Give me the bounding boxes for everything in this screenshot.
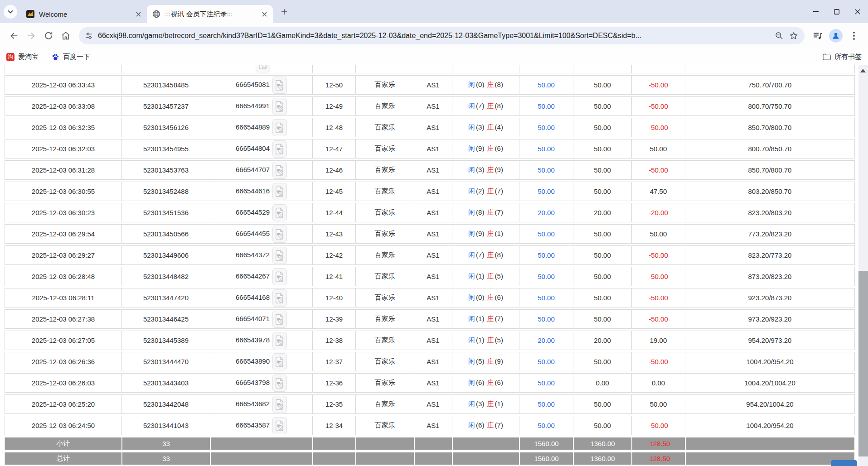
cell-bet-amount[interactable]: 50.00 (519, 160, 573, 180)
url-text[interactable]: 66cxkj98.com/game/betrecord_search/kind3… (98, 32, 767, 40)
cell-bet-amount[interactable] (519, 65, 573, 73)
cell-bet-amount[interactable]: 50.00 (519, 416, 573, 435)
video-record-button[interactable] (256, 65, 270, 72)
tab-close-icon[interactable] (133, 9, 143, 19)
cell-bet-amount[interactable]: 50.00 (519, 96, 573, 116)
cell-valid-amount: 50.00 (573, 352, 632, 371)
player-points: (0) (476, 81, 484, 88)
media-queue-icon (812, 30, 823, 41)
new-tab-button[interactable] (277, 5, 291, 19)
forward-button[interactable] (23, 27, 40, 44)
browser-menu-button[interactable] (845, 27, 863, 44)
kebab-menu-icon (853, 32, 855, 40)
tab-search-button[interactable] (4, 5, 17, 19)
cell-valid-amount: 50.00 (573, 288, 632, 307)
zoom-button[interactable] (772, 29, 786, 43)
cell-game: 百家乐 (356, 416, 414, 435)
bookmark-taobao[interactable]: 淘 爱淘宝 (6, 53, 39, 61)
cell-bet-amount[interactable]: 50.00 (519, 118, 573, 137)
video-record-button[interactable] (272, 353, 287, 370)
video-record-button[interactable] (272, 247, 287, 264)
cell-bet-id: 523013445389 (122, 331, 210, 350)
video-record-icon (275, 101, 284, 112)
cell-round: 12-41 (313, 267, 356, 286)
cell-balance: 750.70/700.70 (685, 75, 855, 95)
video-record-button[interactable] (272, 183, 287, 200)
back-button[interactable] (5, 27, 23, 44)
close-window-button[interactable] (847, 0, 868, 23)
video-record-button[interactable] (272, 140, 287, 158)
scrollbar-up-arrow-icon[interactable] (860, 69, 866, 72)
cell-balance (685, 65, 855, 73)
cell-bet-id: 523013452488 (122, 182, 210, 201)
total-label: 总计 (5, 452, 122, 465)
player-label: 闲 (468, 102, 475, 110)
cell-table (414, 65, 452, 73)
bookmark-star-button[interactable] (786, 29, 801, 43)
video-record-button[interactable] (272, 417, 287, 434)
cell-balance: 773.20/823.20 (685, 224, 855, 244)
video-record-button[interactable] (272, 204, 287, 221)
player-points: (3) (476, 166, 484, 173)
video-record-button[interactable] (272, 77, 287, 94)
account-number: 666544529 (236, 208, 270, 216)
cell-table: AS1 (414, 75, 452, 95)
cell-account: 666544455 (210, 224, 313, 244)
video-record-button[interactable] (272, 162, 287, 179)
video-record-icon (275, 122, 284, 133)
cell-round: 12-50 (313, 75, 356, 95)
account-number: 666543587 (236, 421, 270, 428)
video-record-button[interactable] (272, 332, 287, 349)
minimize-button[interactable] (805, 0, 826, 23)
cell-bet-amount[interactable]: 50.00 (519, 373, 573, 393)
account-number: 666543682 (236, 399, 270, 407)
cell-bet-amount[interactable]: 50.00 (519, 267, 573, 286)
total-bet-amount: 1560.00 (519, 452, 573, 465)
cell-bet-amount[interactable]: 50.00 (519, 75, 573, 95)
video-record-button[interactable] (272, 98, 287, 115)
video-record-button[interactable] (272, 289, 287, 307)
video-record-icon (275, 335, 284, 346)
video-record-button[interactable] (272, 375, 287, 392)
address-bar[interactable]: 66cxkj98.com/game/betrecord_search/kind3… (79, 27, 805, 44)
cell-bet-amount[interactable]: 50.00 (519, 182, 573, 201)
tab-close-icon[interactable] (259, 9, 269, 19)
cell-bet-amount[interactable]: 50.00 (519, 309, 573, 329)
video-record-button[interactable] (272, 268, 287, 285)
media-controls-button[interactable] (809, 27, 826, 44)
bottom-right-blue-button[interactable] (831, 460, 857, 466)
cell-bet-amount[interactable]: 50.00 (519, 224, 573, 244)
all-bookmarks-button[interactable]: 所有书签 (823, 53, 862, 61)
cell-bet-amount[interactable]: 50.00 (519, 352, 573, 371)
page-scrollbar[interactable] (858, 65, 868, 466)
cell-bet-content: 闲(0) 庄(8) (452, 75, 519, 95)
home-button[interactable] (57, 27, 74, 44)
cell-bet-amount[interactable]: 50.00 (519, 245, 573, 265)
scrollbar-thumb[interactable] (858, 271, 868, 456)
account-number: 666544991 (236, 101, 270, 109)
cell-round: 12-48 (313, 118, 356, 137)
cell-bet-amount[interactable]: 20.00 (519, 331, 573, 350)
profile-avatar[interactable] (829, 29, 843, 43)
cell-balance: 850.70/800.70 (685, 118, 855, 137)
cell-balance: 1004.20/954.20 (685, 352, 855, 371)
cell-bet-id: 523013456126 (122, 118, 210, 137)
cell-bet-amount[interactable]: 50.00 (519, 139, 573, 159)
cell-round (313, 65, 356, 73)
cell-bet-amount[interactable]: 20.00 (519, 203, 573, 222)
bookmark-baidu[interactable]: 百度一下 (51, 53, 90, 61)
cell-bet-amount[interactable]: 50.00 (519, 394, 573, 414)
cell-bet-amount[interactable]: 50.00 (519, 288, 573, 307)
tab-welcome[interactable]: Welcome (21, 5, 147, 23)
player-points: (6) (476, 421, 484, 429)
video-record-button[interactable] (272, 311, 287, 328)
table-row: 2025-12-03 06:32:03 523013454955 6665448… (5, 139, 855, 159)
player-points: (3) (476, 123, 484, 131)
maximize-button[interactable] (826, 0, 847, 23)
reload-button[interactable] (40, 27, 57, 44)
video-record-button[interactable] (272, 396, 287, 413)
tab-bet-record[interactable]: :::视讯 会员下注纪录::: (147, 5, 273, 23)
video-record-button[interactable] (272, 119, 287, 136)
video-record-button[interactable] (272, 226, 287, 243)
cell-win-loss: -50.00 (632, 416, 685, 435)
